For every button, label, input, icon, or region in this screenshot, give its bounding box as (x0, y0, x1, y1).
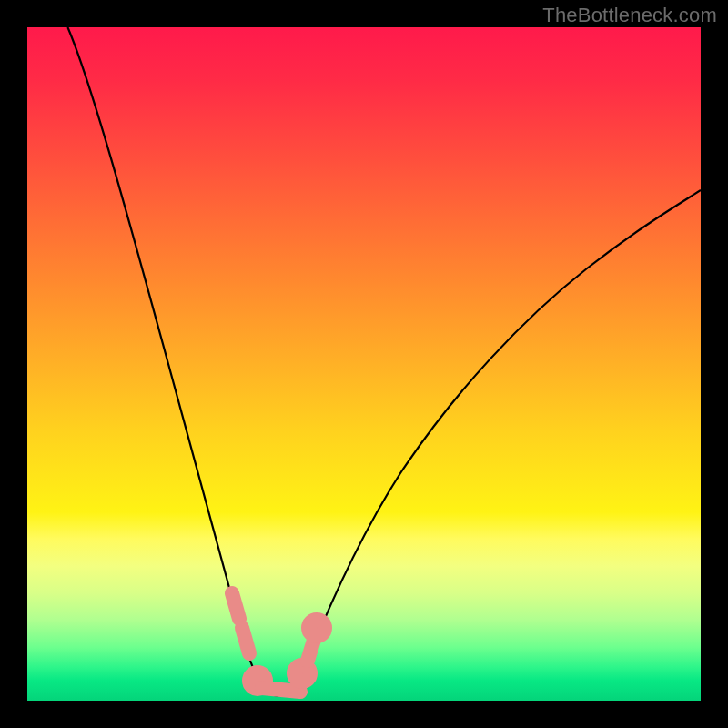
svg-line-1 (242, 628, 249, 653)
plot-area (27, 27, 701, 701)
chart-svg (27, 27, 701, 701)
marker-group (232, 593, 325, 692)
svg-line-3 (262, 688, 300, 692)
chart-frame: TheBottleneck.com (0, 0, 728, 728)
svg-point-6 (308, 620, 325, 636)
watermark-text: TheBottleneck.com (542, 4, 717, 27)
bottleneck-curve (67, 27, 701, 695)
svg-line-0 (232, 593, 239, 619)
